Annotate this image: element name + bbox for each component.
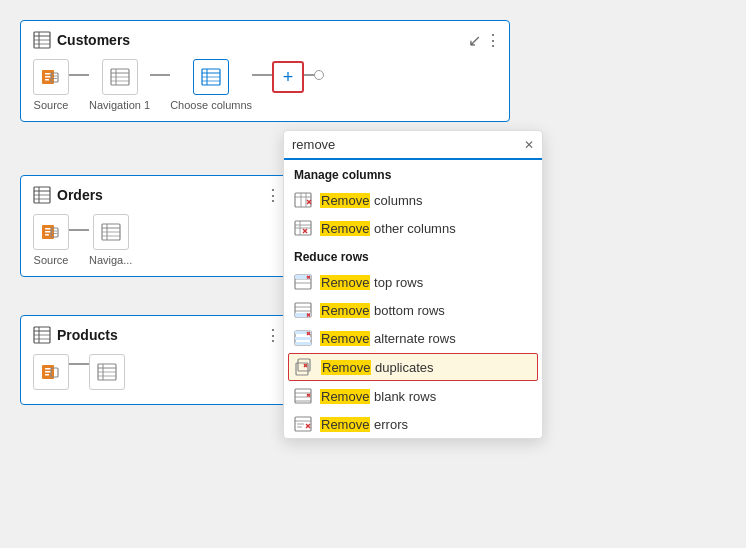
menu-item-remove-duplicates[interactable]: Remove duplicates [288, 353, 538, 381]
connector-1 [69, 74, 89, 76]
remove-errors-icon [294, 415, 312, 433]
nav-label: Navigation 1 [89, 99, 150, 111]
products-connector [69, 363, 89, 365]
products-more-button[interactable]: ⋮ [265, 326, 281, 345]
orders-connector [69, 229, 89, 231]
reduce-rows-header: Reduce rows [284, 242, 542, 268]
remove-top-rows-icon [294, 273, 312, 291]
products-source-icon [33, 354, 69, 390]
svg-rect-7 [45, 76, 51, 78]
svg-rect-54 [295, 193, 311, 207]
menu-item-remove-columns[interactable]: Remove columns [284, 186, 542, 214]
search-clear-button[interactable]: ✕ [524, 138, 534, 152]
menu-item-remove-other-columns[interactable]: Remove other columns [284, 214, 542, 242]
orders-source-icon [33, 214, 69, 250]
search-box: ✕ [284, 131, 542, 160]
source-icon-wrapper [33, 59, 69, 95]
manage-columns-header: Manage columns [284, 160, 542, 186]
menu-item-remove-bottom-rows[interactable]: Remove bottom rows [284, 296, 542, 324]
products-header: Products [33, 326, 277, 344]
choose-label: Choose columns [170, 99, 252, 111]
step-choose[interactable]: Choose columns [170, 59, 252, 111]
remove-errors-label: Remove errors [320, 417, 408, 432]
choose-icon-wrapper [193, 59, 229, 95]
connector-2 [150, 74, 170, 76]
connector-4 [304, 74, 314, 76]
remove-alternate-rows-label: Remove alternate rows [320, 331, 456, 346]
orders-nav-label: Naviga... [89, 254, 132, 266]
step-nav[interactable]: Navigation 1 [89, 59, 150, 111]
remove-blank-rows-label: Remove blank rows [320, 389, 436, 404]
svg-rect-29 [45, 231, 51, 233]
nav-icon-wrapper [102, 59, 138, 95]
remove-alternate-rows-icon [294, 329, 312, 347]
dropdown-menu: ✕ Manage columns Remove columns [283, 130, 543, 439]
svg-rect-30 [45, 234, 49, 236]
remove-bottom-rows-label: Remove bottom rows [320, 303, 445, 318]
products-actions: ⋮ [265, 326, 281, 345]
orders-nav-icon [93, 214, 129, 250]
svg-rect-6 [45, 73, 51, 75]
orders-step-nav[interactable]: Naviga... [89, 214, 132, 266]
remove-top-rows-label: Remove top rows [320, 275, 423, 290]
card-orders: Orders ⋮ Source [20, 175, 290, 277]
orders-table-icon [33, 186, 51, 204]
end-indicator [314, 70, 324, 80]
svg-rect-81 [295, 342, 311, 345]
source-label: Source [34, 99, 69, 111]
remove-columns-label: Remove columns [320, 193, 422, 208]
products-nav-icon [89, 354, 125, 390]
menu-item-remove-alternate-rows[interactable]: Remove alternate rows [284, 324, 542, 352]
orders-header: Orders [33, 186, 277, 204]
customers-title: Customers [57, 32, 130, 48]
add-step-button[interactable]: + [272, 61, 304, 93]
orders-title: Orders [57, 187, 103, 203]
customers-steps: Source Navigation 1 [33, 59, 497, 111]
customers-table-icon [33, 31, 51, 49]
svg-rect-45 [45, 368, 51, 370]
orders-steps: Source Naviga... [33, 214, 277, 266]
menu-item-remove-top-rows[interactable]: Remove top rows [284, 268, 542, 296]
step-source[interactable]: Source [33, 59, 69, 111]
orders-more-button[interactable]: ⋮ [265, 186, 281, 205]
menu-item-remove-blank-rows[interactable]: Remove blank rows [284, 382, 542, 410]
connector-3 [252, 74, 272, 76]
remove-duplicates-icon [295, 358, 313, 376]
svg-rect-46 [45, 371, 51, 373]
remove-blank-rows-icon [294, 387, 312, 405]
products-table-icon [33, 326, 51, 344]
card-customers: Customers ↙ ⋮ S [20, 20, 510, 122]
products-steps [33, 354, 277, 394]
svg-rect-8 [45, 79, 49, 81]
products-step-nav[interactable] [89, 354, 125, 394]
remove-columns-icon [294, 191, 312, 209]
orders-actions: ⋮ [265, 186, 281, 205]
remove-bottom-rows-icon [294, 301, 312, 319]
orders-source-label: Source [34, 254, 69, 266]
remove-other-columns-label: Remove other columns [320, 221, 456, 236]
orders-step-source[interactable]: Source [33, 214, 69, 266]
svg-rect-28 [45, 228, 51, 230]
collapse-button[interactable]: ↙ [468, 31, 481, 50]
remove-duplicates-label: Remove duplicates [321, 360, 434, 375]
canvas: Customers ↙ ⋮ S [0, 0, 746, 548]
products-step-source[interactable] [33, 354, 69, 394]
search-input[interactable] [292, 137, 518, 152]
menu-item-remove-errors[interactable]: Remove errors [284, 410, 542, 438]
card-products: Products ⋮ [20, 315, 290, 405]
products-title: Products [57, 327, 118, 343]
svg-rect-47 [45, 374, 49, 376]
more-button[interactable]: ⋮ [485, 31, 501, 50]
customers-header: Customers [33, 31, 497, 49]
customers-actions: ↙ ⋮ [468, 31, 501, 50]
add-step-item: + add [272, 61, 304, 109]
svg-rect-80 [295, 337, 311, 340]
remove-other-columns-icon [294, 219, 312, 237]
